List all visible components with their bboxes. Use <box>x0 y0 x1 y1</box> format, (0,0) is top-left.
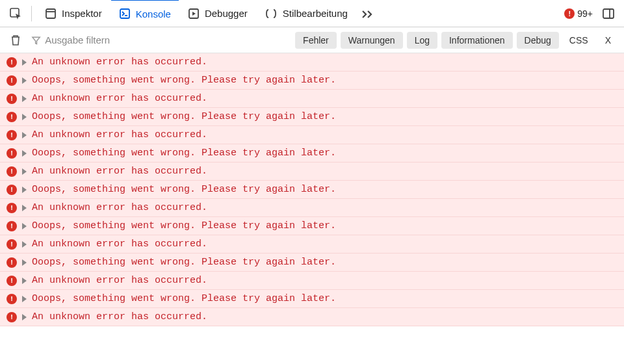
tab-inspector[interactable]: Inspektor <box>37 0 110 27</box>
log-message: Ooops, something went wrong. Please try … <box>32 184 336 195</box>
log-message: An unknown error has occurred. <box>32 57 207 68</box>
chevron-right-icon[interactable] <box>22 223 27 229</box>
chevron-right-icon[interactable] <box>22 168 27 175</box>
filter-info[interactable]: Informationen <box>441 32 513 49</box>
tab-label: Inspektor <box>62 8 102 19</box>
filter-icon <box>31 35 41 46</box>
error-icon: ! <box>6 312 17 322</box>
log-message: An unknown error has occurred. <box>32 311 207 322</box>
tab-label: Debugger <box>205 8 248 19</box>
tab-console[interactable]: Konsole <box>111 0 179 27</box>
log-message: An unknown error has occurred. <box>32 129 207 140</box>
console-error-row[interactable]: !Ooops, something went wrong. Please try… <box>0 217 624 235</box>
svg-rect-1 <box>46 9 55 18</box>
error-count: 99+ <box>577 8 593 19</box>
chevron-right-icon[interactable] <box>22 114 27 120</box>
log-message: Ooops, something went wrong. Please try … <box>32 75 336 86</box>
filter-warnings[interactable]: Warnungen <box>341 32 403 49</box>
log-message: An unknown error has occurred. <box>32 239 207 250</box>
log-message: Ooops, something went wrong. Please try … <box>32 293 336 304</box>
more-tabs-button[interactable] <box>357 3 378 24</box>
chevron-right-icon[interactable] <box>22 96 27 102</box>
chevron-right-icon[interactable] <box>22 187 27 193</box>
error-count-badge[interactable]: ! 99+ <box>564 8 593 19</box>
filter-debug[interactable]: Debug <box>517 32 559 49</box>
error-icon: ! <box>6 112 17 122</box>
chevron-right-icon[interactable] <box>22 241 27 248</box>
error-icon: ! <box>6 294 17 304</box>
chevron-right-icon[interactable] <box>22 278 27 284</box>
error-icon: ! <box>6 239 17 250</box>
error-icon: ! <box>6 130 17 140</box>
console-error-row[interactable]: !An unknown error has occurred. <box>0 308 624 326</box>
console-error-row[interactable]: !An unknown error has occurred. <box>0 90 624 108</box>
chevron-right-icon[interactable] <box>22 77 27 84</box>
error-icon: ! <box>6 221 17 231</box>
console-error-row[interactable]: !An unknown error has occurred. <box>0 126 624 144</box>
log-message: Ooops, something went wrong. Please try … <box>32 257 336 268</box>
log-message: Ooops, something went wrong. Please try … <box>32 148 336 159</box>
devtools-topbar: Inspektor Konsole Debugger Stilbearbeitu… <box>0 0 624 27</box>
log-message: An unknown error has occurred. <box>32 166 207 177</box>
filter-xhr[interactable]: X <box>599 32 618 49</box>
chevron-right-icon[interactable] <box>22 314 27 320</box>
console-error-row[interactable]: !Ooops, something went wrong. Please try… <box>0 144 624 162</box>
tab-debugger[interactable]: Debugger <box>180 0 255 27</box>
tab-styleeditor[interactable]: Stilbearbeitung <box>257 0 356 27</box>
svg-rect-6 <box>603 9 614 18</box>
filter-input-wrap <box>31 34 289 46</box>
dock-button[interactable] <box>598 3 619 24</box>
chevron-right-icon[interactable] <box>22 132 27 138</box>
console-filterbar: Fehler Warnungen Log Informationen Debug… <box>0 27 624 53</box>
clear-console-button[interactable] <box>6 31 25 49</box>
filter-pills: Fehler Warnungen Log Informationen Debug… <box>295 32 618 49</box>
tab-label: Konsole <box>136 8 171 20</box>
filter-log[interactable]: Log <box>407 32 437 49</box>
filter-errors[interactable]: Fehler <box>295 32 337 49</box>
error-icon: ! <box>6 185 17 195</box>
log-message: Ooops, something went wrong. Please try … <box>32 111 336 122</box>
chevron-right-icon[interactable] <box>22 296 27 302</box>
console-error-row[interactable]: !An unknown error has occurred. <box>0 53 624 72</box>
error-icon: ! <box>564 8 575 19</box>
console-error-row[interactable]: !Ooops, something went wrong. Please try… <box>0 72 624 90</box>
console-error-row[interactable]: !An unknown error has occurred. <box>0 162 624 181</box>
console-error-row[interactable]: !An unknown error has occurred. <box>0 272 624 290</box>
divider <box>31 6 32 21</box>
console-error-row[interactable]: !Ooops, something went wrong. Please try… <box>0 108 624 126</box>
chevron-right-icon[interactable] <box>22 150 27 157</box>
filter-input[interactable] <box>45 34 289 46</box>
console-error-row[interactable]: !An unknown error has occurred. <box>0 235 624 254</box>
log-message: Ooops, something went wrong. Please try … <box>32 220 336 231</box>
error-icon: ! <box>6 276 17 286</box>
select-element-button[interactable] <box>5 3 26 24</box>
error-icon: ! <box>6 166 17 177</box>
filter-css[interactable]: CSS <box>563 32 595 49</box>
tab-label: Stilbearbeitung <box>283 8 348 19</box>
console-error-row[interactable]: !An unknown error has occurred. <box>0 199 624 217</box>
error-icon: ! <box>6 57 17 68</box>
console-error-row[interactable]: !Ooops, something went wrong. Please try… <box>0 290 624 308</box>
log-message: An unknown error has occurred. <box>32 93 207 104</box>
console-output: !An unknown error has occurred.!Ooops, s… <box>0 53 624 364</box>
console-error-row[interactable]: !Ooops, something went wrong. Please try… <box>0 254 624 272</box>
chevron-right-icon[interactable] <box>22 259 27 266</box>
log-message: An unknown error has occurred. <box>32 275 207 286</box>
log-message: An unknown error has occurred. <box>32 202 207 213</box>
error-icon: ! <box>6 148 17 159</box>
chevron-right-icon[interactable] <box>22 59 27 66</box>
error-icon: ! <box>6 94 17 104</box>
error-icon: ! <box>6 203 17 213</box>
error-icon: ! <box>6 257 17 268</box>
chevron-right-icon[interactable] <box>22 205 27 211</box>
error-icon: ! <box>6 75 17 86</box>
console-error-row[interactable]: !Ooops, something went wrong. Please try… <box>0 181 624 199</box>
